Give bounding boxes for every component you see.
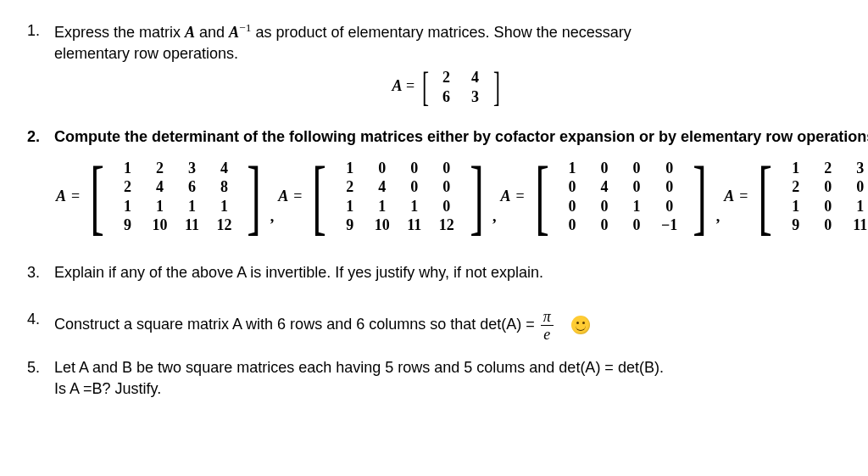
cell: 0 (812, 216, 844, 235)
cell: 1 (143, 197, 175, 216)
cell: 3 (175, 159, 208, 178)
comma: , (270, 206, 275, 234)
equals: = (516, 186, 525, 207)
cell: 0 (812, 197, 844, 216)
cell: 0 (653, 177, 686, 197)
cell: 2 (334, 177, 366, 197)
matrix-label: A (501, 186, 511, 207)
cell: 0 (653, 197, 686, 216)
problem-body: Construct a square matrix A with 6 rows … (54, 309, 841, 342)
matrix-2x2-grid: 24 63 (432, 68, 490, 106)
cell: 11 (398, 216, 431, 235)
cell: 3 (461, 87, 490, 107)
cell: 0 (812, 177, 844, 197)
fraction-top: π (541, 309, 554, 326)
cell: 0 (366, 159, 398, 178)
q1-text-b: and (195, 24, 229, 41)
matrix-3: [ 1000 0400 0010 000−1 ] (528, 159, 715, 235)
cell: 0 (844, 177, 868, 197)
problem-body: Compute the determinant of the following… (54, 126, 868, 246)
cell: 0 (588, 197, 620, 216)
q1-text-d: elementary row operations. (54, 43, 841, 64)
fraction-pi-e: π e (541, 309, 554, 342)
problem-body: Express the matrix A and A−1 as product … (54, 20, 841, 111)
problem-number: 4. (27, 309, 54, 342)
equals: = (739, 186, 748, 207)
q1-Ainv-exp: −1 (239, 21, 251, 34)
cell: 0 (398, 159, 431, 178)
cell: 4 (366, 177, 398, 197)
cell: 6 (432, 87, 461, 107)
q5-text-a: Let A and B be two square matrices each … (54, 357, 841, 378)
cell: 1 (111, 159, 143, 178)
q1-text-c: as product of elementary matrices. Show … (252, 24, 632, 41)
cell: 0 (588, 216, 620, 235)
problem-number: 3. (27, 262, 54, 283)
matrix-label: A (56, 186, 66, 207)
smiley-icon (571, 316, 590, 334)
matrix-4: [ 1234 2000 1011 901112 ] (751, 159, 868, 235)
cell: 1 (844, 197, 868, 216)
cell: 1 (780, 159, 812, 178)
cell: 3 (844, 159, 868, 178)
cell: 0 (588, 159, 620, 178)
cell: 1 (111, 197, 143, 216)
cell: 2 (780, 177, 812, 197)
cell: 9 (111, 216, 143, 235)
cell: 0 (620, 159, 653, 178)
cell: 0 (556, 216, 588, 235)
cell: 0 (556, 177, 588, 197)
problem-3: 3. Explain if any of the above A is inve… (27, 262, 841, 283)
cell: 10 (143, 216, 175, 235)
cell: 0 (398, 177, 431, 197)
q5-text-b: Is A =B? Justify. (54, 378, 841, 400)
eq-sign: = (402, 78, 418, 95)
cell: 11 (175, 216, 208, 235)
cell: 1 (780, 197, 812, 216)
cell: 6 (175, 177, 208, 197)
matrix-label: A (278, 186, 288, 207)
problem-number: 1. (27, 20, 54, 111)
comma: , (492, 206, 497, 234)
cell: 8 (208, 177, 240, 197)
matrix-2: [ 1000 2400 1110 9101112 ] (305, 159, 491, 235)
cell: 0 (431, 197, 463, 216)
cell: 4 (461, 68, 490, 87)
comma: , (716, 206, 721, 234)
cell: 0 (431, 177, 463, 197)
equals: = (71, 186, 80, 207)
cell: 0 (431, 159, 463, 178)
cell: 4 (588, 177, 620, 197)
cell: 9 (334, 216, 366, 235)
cell: 1 (334, 197, 366, 216)
problem-1: 1. Express the matrix A and A−1 as produ… (27, 20, 841, 111)
q1-Ainv-base: A (229, 24, 239, 41)
cell: 1 (175, 197, 208, 216)
cell: 1 (366, 197, 398, 216)
equals: = (293, 186, 302, 207)
matrix-row: A = [ 1234 2468 1111 9101112 ] , A = (54, 159, 868, 235)
cell: 4 (143, 177, 175, 197)
cell: 2 (111, 177, 143, 197)
cell: 12 (431, 216, 463, 235)
cell: 0 (653, 159, 686, 178)
cell: 2 (143, 159, 175, 178)
cell: 1 (620, 197, 653, 216)
cell: −1 (653, 216, 686, 235)
cell: 1 (556, 159, 588, 178)
cell: 12 (208, 216, 240, 235)
cell: 0 (620, 177, 653, 197)
cell: 2 (812, 159, 844, 178)
matrix-2x2: [ 24 63 ] (419, 68, 504, 106)
q2-text: Compute the determinant of the following… (54, 126, 868, 148)
cell: 10 (366, 216, 398, 235)
cell: 11 (844, 216, 868, 235)
problem-number: 2. (27, 126, 54, 246)
q1-A: A (185, 24, 195, 41)
cell: 4 (208, 159, 240, 178)
cell: 1 (208, 197, 240, 216)
eq-lhs: A (392, 78, 402, 95)
problem-body: Let A and B be two square matrices each … (54, 357, 841, 400)
cell: 0 (620, 216, 653, 235)
cell: 1 (334, 159, 366, 178)
